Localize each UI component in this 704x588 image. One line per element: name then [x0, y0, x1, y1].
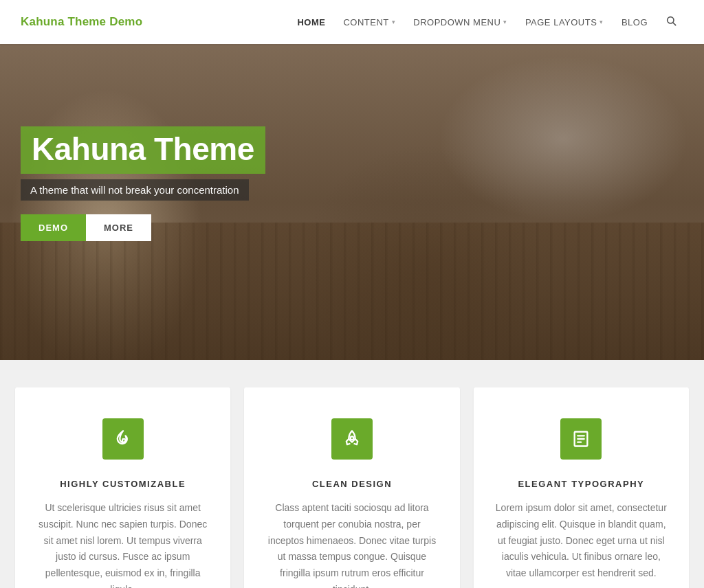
feature-card-typography: ELEGANT TYPOGRAPHY Lorem ipsum dolor sit… [474, 387, 689, 588]
feature-title-1: HIGHLY CUSTOMIZABLE [36, 479, 210, 489]
feature-title-3: ELEGANT TYPOGRAPHY [494, 479, 668, 489]
svg-line-1 [673, 23, 676, 25]
hero-title: Kahuna Theme [32, 132, 254, 167]
site-title[interactable]: Kahuna Theme Demo [21, 15, 142, 29]
feature-icon-wrap-1 [102, 418, 144, 460]
features-grid: HIGHLY CUSTOMIZABLE Ut scelerisque ultri… [15, 387, 689, 588]
chevron-down-icon: ▾ [392, 19, 396, 25]
feature-text-3: Lorem ipsum dolor sit amet, consectetur … [494, 500, 668, 582]
nav-item-dropdown[interactable]: DROPDOWN MENU ▾ [406, 12, 514, 33]
hero-title-background: Kahuna Theme [21, 126, 265, 174]
hero-section: Kahuna Theme A theme that will not break… [0, 44, 704, 360]
hero-content: Kahuna Theme A theme that will not break… [21, 126, 265, 241]
nav-item-blog[interactable]: BLOG [615, 12, 654, 33]
hero-subtitle-background: A theme that will not break your concent… [21, 179, 249, 201]
hero-wood-texture [0, 223, 704, 360]
demo-button[interactable]: DEMO [21, 214, 86, 241]
main-nav: HOME CONTENT ▾ DROPDOWN MENU ▾ PAGE LAYO… [290, 10, 683, 34]
nav-item-home[interactable]: HOME [290, 12, 332, 33]
site-header: Kahuna Theme Demo HOME CONTENT ▾ DROPDOW… [0, 0, 704, 44]
hero-subtitle: A theme that will not break your concent… [30, 184, 239, 196]
feature-text-2: Class aptent taciti sociosqu ad litora t… [265, 500, 439, 588]
chevron-down-icon: ▾ [600, 19, 604, 25]
rocket-icon [342, 429, 362, 449]
svg-point-2 [351, 437, 354, 440]
feature-card-clean: CLEAN DESIGN Class aptent taciti sociosq… [244, 387, 459, 588]
search-icon[interactable] [659, 10, 683, 34]
hero-buttons: DEMO MORE [21, 214, 265, 241]
typography-icon [571, 429, 591, 449]
feature-title-2: CLEAN DESIGN [265, 479, 439, 489]
nav-item-page-layouts[interactable]: PAGE LAYOUTS ▾ [518, 12, 610, 33]
feature-icon-wrap-2 [331, 418, 373, 460]
flame-icon [113, 429, 133, 449]
feature-card-customizable: HIGHLY CUSTOMIZABLE Ut scelerisque ultri… [15, 387, 230, 588]
feature-text-1: Ut scelerisque ultricies risus sit amet … [36, 500, 210, 588]
more-button[interactable]: MORE [86, 214, 151, 241]
chevron-down-icon: ▾ [503, 19, 507, 25]
feature-icon-wrap-3 [560, 418, 602, 460]
nav-item-content[interactable]: CONTENT ▾ [336, 12, 402, 33]
features-section: HIGHLY CUSTOMIZABLE Ut scelerisque ultri… [0, 360, 704, 588]
